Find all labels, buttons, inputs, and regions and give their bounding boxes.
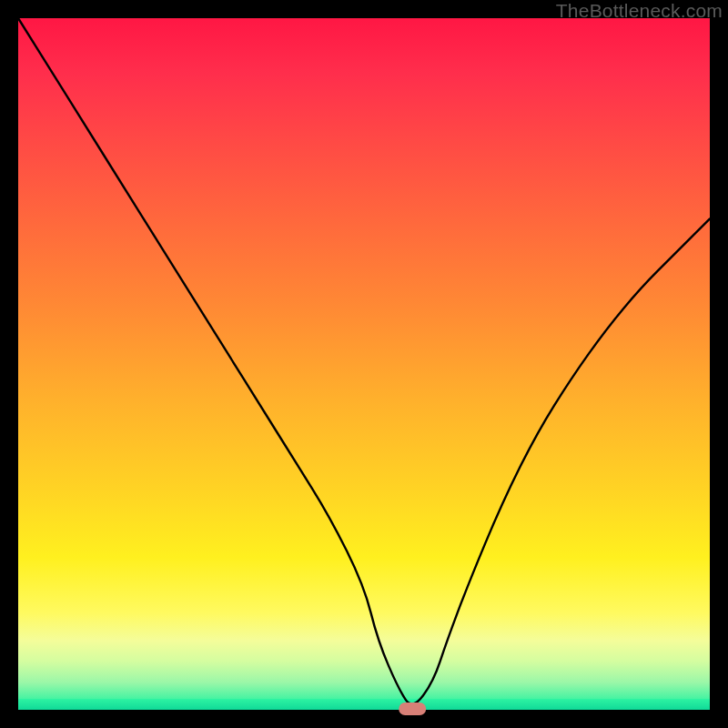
bottleneck-curve: [18, 18, 710, 710]
minimum-marker: [399, 703, 426, 715]
plot-area: [18, 18, 710, 710]
chart-stage: TheBottleneck.com: [0, 0, 728, 728]
curve-path: [18, 18, 710, 703]
